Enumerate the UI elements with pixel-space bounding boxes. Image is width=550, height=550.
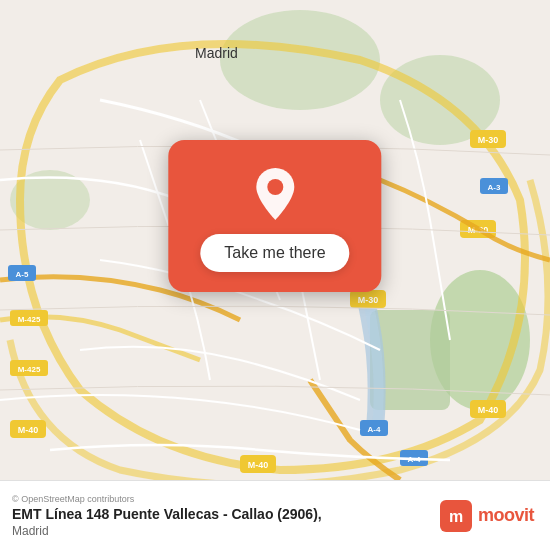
- svg-point-31: [267, 179, 283, 195]
- svg-text:Madrid: Madrid: [195, 45, 238, 61]
- svg-text:M-30: M-30: [358, 295, 379, 305]
- pin-icon: [249, 168, 301, 220]
- place-city: Madrid: [12, 524, 322, 538]
- moovit-logo: m moovit: [440, 500, 534, 532]
- moovit-icon: m: [440, 500, 472, 532]
- place-name: EMT Línea 148 Puente Vallecas - Callao (…: [12, 506, 322, 522]
- svg-text:M-40: M-40: [18, 425, 39, 435]
- svg-text:A-4: A-4: [368, 425, 381, 434]
- bottom-info: © OpenStreetMap contributors EMT Línea 1…: [12, 494, 322, 538]
- location-card: Take me there: [168, 140, 381, 292]
- svg-text:m: m: [449, 508, 463, 525]
- svg-text:M-425: M-425: [18, 365, 41, 374]
- bottom-bar: © OpenStreetMap contributors EMT Línea 1…: [0, 480, 550, 550]
- svg-text:M-425: M-425: [18, 315, 41, 324]
- moovit-brand-text: moovit: [478, 505, 534, 526]
- map-container: M-30 M-30 M-30 M-40 M-40 M-40 A-5 A-3 A-…: [0, 0, 550, 480]
- svg-text:A-5: A-5: [16, 270, 29, 279]
- map-attribution: © OpenStreetMap contributors: [12, 494, 322, 504]
- svg-text:A-3: A-3: [488, 183, 501, 192]
- svg-text:M-40: M-40: [248, 460, 269, 470]
- take-me-there-button[interactable]: Take me there: [200, 234, 349, 272]
- svg-text:M-40: M-40: [478, 405, 499, 415]
- svg-text:M-30: M-30: [478, 135, 499, 145]
